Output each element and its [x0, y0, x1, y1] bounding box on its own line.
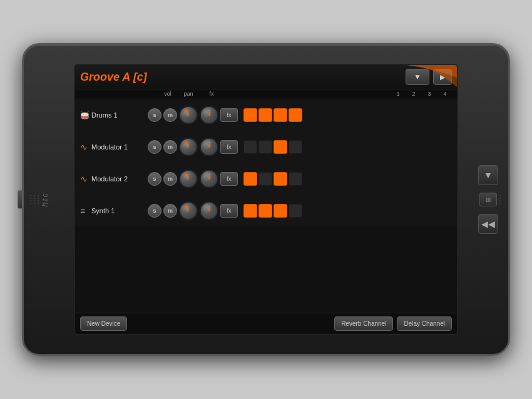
track-row: 🥁Drums 1smfx [75, 99, 457, 131]
tracks-container: 🥁Drums 1smfx∿Modulator 1smfx∿Modulator 2… [75, 98, 457, 313]
track-3-controls: smfx [148, 201, 452, 220]
track-1-pan-knob[interactable] [200, 138, 218, 156]
track-0-controls: smfx [148, 106, 452, 124]
nav-back-icon: ◀◀ [481, 219, 495, 229]
side-left-buttons [18, 190, 23, 209]
track-1-mute-button[interactable]: m [163, 140, 177, 154]
new-device-button[interactable]: New Device [80, 316, 127, 331]
app-container: Groove A [c] ▼ ▶ vo [75, 65, 457, 334]
groove-title: Groove A [c] [80, 71, 402, 84]
track-3-solo-button[interactable]: s [148, 204, 161, 218]
track-2-vol-knob[interactable] [179, 169, 198, 188]
track-3-pad-0[interactable] [243, 204, 257, 218]
track-2-name: Modulator 2 [91, 175, 148, 183]
track-0-fx-button[interactable]: fx [220, 108, 238, 122]
control-headers: vol pan fx [150, 91, 386, 97]
column-headers: vol pan fx 1 2 3 4 [75, 89, 457, 98]
screen: Groove A [c] ▼ ▶ vo [74, 64, 458, 335]
track-1-solo-button[interactable]: s [148, 140, 161, 154]
track-0-vol-knob[interactable] [179, 106, 198, 124]
play-button[interactable]: ▶ [433, 69, 452, 85]
track-row: ∿Modulator 2smfx [75, 163, 457, 194]
track-0-pad-2[interactable] [274, 108, 287, 122]
track-3-mute-button[interactable]: m [163, 204, 177, 218]
header: Groove A [c] ▼ ▶ [75, 65, 457, 89]
track-2-fx-button[interactable]: fx [220, 172, 238, 186]
track-1-fx-button[interactable]: fx [220, 140, 238, 154]
track-0-pad-0[interactable] [243, 108, 257, 122]
seq-2-header: 2 [407, 91, 421, 97]
track-3-icon: ≡ [80, 206, 90, 216]
track-0-icon: 🥁 [80, 111, 90, 119]
track-1-icon: ∿ [80, 142, 90, 152]
track-3-fx-button[interactable]: fx [220, 204, 238, 218]
phone-shell: htc ▼ ⊞ ◀◀ Groove A [c] [22, 43, 510, 356]
seq-1-header: 1 [391, 91, 405, 97]
track-2-pad-0[interactable] [243, 172, 257, 186]
track-2-icon: ∿ [80, 174, 90, 184]
track-3-pad-3[interactable] [289, 204, 302, 218]
vol-header: vol [150, 91, 171, 97]
seq-4-header: 4 [438, 91, 452, 97]
nav-grid-button[interactable]: ⊞ [479, 193, 497, 206]
track-2-controls: smfx [148, 169, 452, 188]
track-2-mute-button[interactable]: m [163, 172, 177, 186]
track-2-pan-knob[interactable] [200, 169, 218, 188]
track-0-pan-knob[interactable] [200, 106, 218, 124]
delay-channel-button[interactable]: Delay Channel [397, 316, 452, 331]
brand-label: htc [40, 192, 49, 206]
track-0-pad-3[interactable] [289, 108, 302, 122]
dropdown-icon: ▼ [414, 73, 421, 81]
nav-down-button[interactable]: ▼ [478, 165, 498, 185]
track-1-pads [243, 140, 302, 154]
track-0-solo-button[interactable]: s [148, 108, 161, 122]
nav-down-icon: ▼ [484, 170, 493, 180]
track-2-pad-1[interactable] [258, 172, 272, 186]
track-0-pads [243, 108, 302, 122]
side-button-left[interactable] [18, 190, 23, 209]
track-3-name: Synth 1 [91, 207, 148, 215]
track-1-pad-3[interactable] [289, 140, 302, 154]
track-0-mute-button[interactable]: m [163, 108, 177, 122]
bottom-bar: New Device Reverb Channel Delay Channel [75, 313, 457, 334]
track-3-pad-2[interactable] [274, 204, 287, 218]
track-1-controls: smfx [148, 138, 452, 156]
track-2-pad-2[interactable] [274, 172, 287, 186]
track-row: ≡Synth 1smfx [75, 195, 457, 226]
track-1-pad-2[interactable] [274, 140, 287, 154]
right-navigation: ▼ ⊞ ◀◀ [478, 45, 498, 354]
dropdown-button[interactable]: ▼ [406, 69, 429, 85]
seq-3-header: 3 [422, 91, 436, 97]
nav-back-button[interactable]: ◀◀ [478, 214, 498, 234]
track-3-pad-1[interactable] [258, 204, 272, 218]
play-icon: ▶ [440, 73, 445, 81]
nav-grid-icon: ⊞ [486, 196, 491, 203]
speaker-left [30, 195, 40, 204]
track-1-pad-0[interactable] [243, 140, 257, 154]
seq-headers: 1 2 3 4 [391, 91, 452, 97]
reverb-channel-button[interactable]: Reverb Channel [334, 316, 393, 331]
track-row: ∿Modulator 1smfx [75, 131, 457, 163]
track-2-pad-3[interactable] [289, 172, 302, 186]
track-0-name: Drums 1 [91, 111, 148, 119]
track-0-pad-1[interactable] [258, 108, 272, 122]
track-1-pad-1[interactable] [258, 140, 272, 154]
track-1-name: Modulator 1 [91, 143, 148, 151]
track-1-vol-knob[interactable] [179, 138, 198, 156]
track-3-pads [243, 204, 302, 218]
track-3-pan-knob[interactable] [200, 201, 218, 220]
fx-header: fx [203, 91, 220, 97]
track-2-solo-button[interactable]: s [148, 172, 161, 186]
pan-header: pan [178, 91, 199, 97]
track-2-pads [243, 172, 302, 186]
track-3-vol-knob[interactable] [179, 201, 198, 220]
